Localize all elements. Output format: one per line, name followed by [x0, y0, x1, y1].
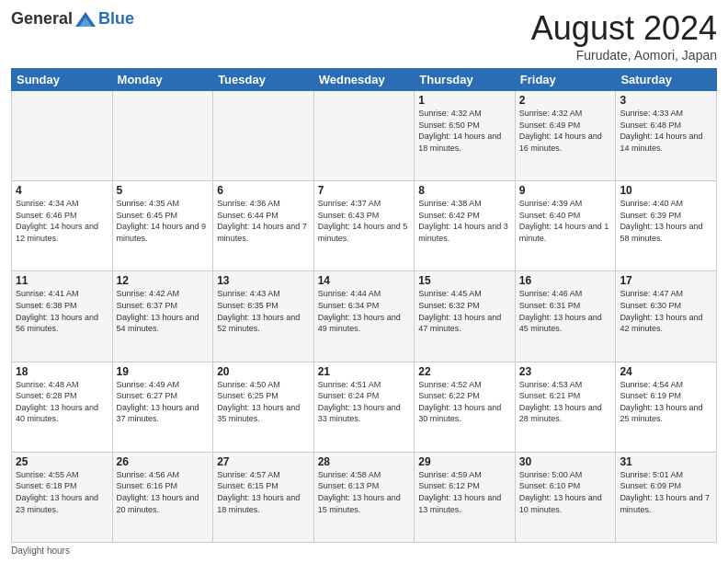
header: General Blue August 2024 Furudate, Aomor…: [11, 9, 717, 63]
day-number: 11: [16, 274, 108, 287]
day-info: Sunrise: 4:33 AMSunset: 6:48 PMDaylight:…: [620, 108, 712, 154]
day-info: Sunrise: 4:36 AMSunset: 6:44 PMDaylight:…: [217, 198, 310, 244]
day-info: Sunrise: 4:45 AMSunset: 6:32 PMDaylight:…: [418, 288, 511, 334]
day-info: Sunrise: 4:53 AMSunset: 6:21 PMDaylight:…: [519, 379, 612, 425]
day-info: Sunrise: 4:55 AMSunset: 6:18 PMDaylight:…: [16, 469, 108, 515]
table-row: 23Sunrise: 4:53 AMSunset: 6:21 PMDayligh…: [515, 362, 616, 452]
table-row: [313, 91, 415, 181]
table-row: 11Sunrise: 4:41 AMSunset: 6:38 PMDayligh…: [12, 271, 113, 362]
day-number: 14: [318, 274, 411, 287]
table-row: 2Sunrise: 4:32 AMSunset: 6:49 PMDaylight…: [515, 91, 616, 181]
table-row: 19Sunrise: 4:49 AMSunset: 6:27 PMDayligh…: [112, 362, 213, 452]
month-title: August 2024: [531, 9, 717, 48]
day-number: 22: [418, 365, 511, 378]
table-row: 20Sunrise: 4:50 AMSunset: 6:25 PMDayligh…: [213, 362, 314, 452]
day-info: Sunrise: 4:46 AMSunset: 6:31 PMDaylight:…: [519, 288, 612, 334]
day-info: Sunrise: 4:51 AMSunset: 6:24 PMDaylight:…: [318, 379, 411, 425]
table-row: 25Sunrise: 4:55 AMSunset: 6:18 PMDayligh…: [12, 452, 113, 542]
day-info: Sunrise: 5:00 AMSunset: 6:10 PMDaylight:…: [519, 469, 612, 515]
table-row: 18Sunrise: 4:48 AMSunset: 6:28 PMDayligh…: [12, 362, 113, 452]
day-info: Sunrise: 4:50 AMSunset: 6:25 PMDaylight:…: [217, 379, 310, 425]
day-info: Sunrise: 4:59 AMSunset: 6:12 PMDaylight:…: [418, 469, 511, 515]
day-number: 13: [217, 274, 310, 287]
day-info: Sunrise: 4:41 AMSunset: 6:38 PMDaylight:…: [16, 288, 108, 334]
day-number: 25: [16, 455, 108, 468]
day-number: 5: [117, 184, 210, 197]
day-info: Sunrise: 4:35 AMSunset: 6:45 PMDaylight:…: [117, 198, 210, 244]
table-row: 5Sunrise: 4:35 AMSunset: 6:45 PMDaylight…: [112, 181, 213, 271]
day-info: Sunrise: 4:40 AMSunset: 6:39 PMDaylight:…: [620, 198, 712, 244]
col-monday: Monday: [112, 69, 213, 91]
day-number: 3: [620, 94, 712, 107]
day-number: 16: [519, 274, 612, 287]
table-row: 21Sunrise: 4:51 AMSunset: 6:24 PMDayligh…: [313, 362, 415, 452]
day-info: Sunrise: 4:42 AMSunset: 6:37 PMDaylight:…: [117, 288, 210, 334]
day-info: Sunrise: 4:56 AMSunset: 6:16 PMDaylight:…: [117, 469, 210, 515]
day-number: 10: [620, 184, 712, 197]
day-number: 21: [318, 365, 411, 378]
calendar-week-row: 1Sunrise: 4:32 AMSunset: 6:50 PMDaylight…: [12, 91, 717, 181]
day-number: 20: [217, 365, 310, 378]
day-info: Sunrise: 4:54 AMSunset: 6:19 PMDaylight:…: [620, 379, 712, 425]
day-number: 26: [117, 455, 210, 468]
day-info: Sunrise: 4:49 AMSunset: 6:27 PMDaylight:…: [117, 379, 210, 425]
day-number: 8: [418, 184, 511, 197]
day-number: 24: [620, 365, 712, 378]
col-wednesday: Wednesday: [313, 69, 415, 91]
day-number: 15: [418, 274, 511, 287]
day-info: Sunrise: 4:34 AMSunset: 6:46 PMDaylight:…: [16, 198, 108, 244]
logo-text: General Blue: [11, 9, 134, 29]
subtitle: Furudate, Aomori, Japan: [531, 48, 717, 63]
table-row: 1Sunrise: 4:32 AMSunset: 6:50 PMDaylight…: [415, 91, 516, 181]
col-sunday: Sunday: [12, 69, 113, 91]
day-info: Sunrise: 4:39 AMSunset: 6:40 PMDaylight:…: [519, 198, 612, 244]
logo-icon: [75, 12, 96, 27]
col-friday: Friday: [515, 69, 616, 91]
table-row: 10Sunrise: 4:40 AMSunset: 6:39 PMDayligh…: [616, 181, 717, 271]
table-row: 27Sunrise: 4:57 AMSunset: 6:15 PMDayligh…: [213, 452, 314, 542]
day-info: Sunrise: 4:48 AMSunset: 6:28 PMDaylight:…: [16, 379, 108, 425]
table-row: 31Sunrise: 5:01 AMSunset: 6:09 PMDayligh…: [616, 452, 717, 542]
table-row: 26Sunrise: 4:56 AMSunset: 6:16 PMDayligh…: [112, 452, 213, 542]
table-row: [112, 91, 213, 181]
title-area: August 2024 Furudate, Aomori, Japan: [531, 9, 717, 63]
table-row: 7Sunrise: 4:37 AMSunset: 6:43 PMDaylight…: [313, 181, 415, 271]
day-number: 30: [519, 455, 612, 468]
day-info: Sunrise: 4:58 AMSunset: 6:13 PMDaylight:…: [318, 469, 411, 515]
day-info: Sunrise: 5:01 AMSunset: 6:09 PMDaylight:…: [620, 469, 712, 515]
day-number: 6: [217, 184, 310, 197]
table-row: 30Sunrise: 5:00 AMSunset: 6:10 PMDayligh…: [515, 452, 616, 542]
table-row: 12Sunrise: 4:42 AMSunset: 6:37 PMDayligh…: [112, 271, 213, 362]
calendar-week-row: 4Sunrise: 4:34 AMSunset: 6:46 PMDaylight…: [12, 181, 717, 271]
col-thursday: Thursday: [415, 69, 516, 91]
table-row: 16Sunrise: 4:46 AMSunset: 6:31 PMDayligh…: [515, 271, 616, 362]
day-number: 23: [519, 365, 612, 378]
day-info: Sunrise: 4:38 AMSunset: 6:42 PMDaylight:…: [418, 198, 511, 244]
day-number: 7: [318, 184, 411, 197]
logo-blue: Blue: [98, 9, 134, 29]
day-number: 29: [418, 455, 511, 468]
table-row: 15Sunrise: 4:45 AMSunset: 6:32 PMDayligh…: [415, 271, 516, 362]
day-number: 31: [620, 455, 712, 468]
day-info: Sunrise: 4:43 AMSunset: 6:35 PMDaylight:…: [217, 288, 310, 334]
day-number: 12: [117, 274, 210, 287]
page-container: General Blue August 2024 Furudate, Aomor…: [0, 0, 728, 563]
calendar-week-row: 25Sunrise: 4:55 AMSunset: 6:18 PMDayligh…: [12, 452, 717, 542]
col-saturday: Saturday: [616, 69, 717, 91]
table-row: 9Sunrise: 4:39 AMSunset: 6:40 PMDaylight…: [515, 181, 616, 271]
day-info: Sunrise: 4:47 AMSunset: 6:30 PMDaylight:…: [620, 288, 712, 334]
day-number: 1: [418, 94, 511, 107]
table-row: 8Sunrise: 4:38 AMSunset: 6:42 PMDaylight…: [415, 181, 516, 271]
table-row: 4Sunrise: 4:34 AMSunset: 6:46 PMDaylight…: [12, 181, 113, 271]
table-row: 22Sunrise: 4:52 AMSunset: 6:22 PMDayligh…: [415, 362, 516, 452]
day-number: 28: [318, 455, 411, 468]
day-info: Sunrise: 4:52 AMSunset: 6:22 PMDaylight:…: [418, 379, 511, 425]
col-tuesday: Tuesday: [213, 69, 314, 91]
calendar-table: Sunday Monday Tuesday Wednesday Thursday…: [11, 68, 717, 543]
day-number: 9: [519, 184, 612, 197]
day-number: 19: [117, 365, 210, 378]
day-info: Sunrise: 4:37 AMSunset: 6:43 PMDaylight:…: [318, 198, 411, 244]
day-number: 17: [620, 274, 712, 287]
table-row: [12, 91, 113, 181]
day-number: 4: [16, 184, 108, 197]
